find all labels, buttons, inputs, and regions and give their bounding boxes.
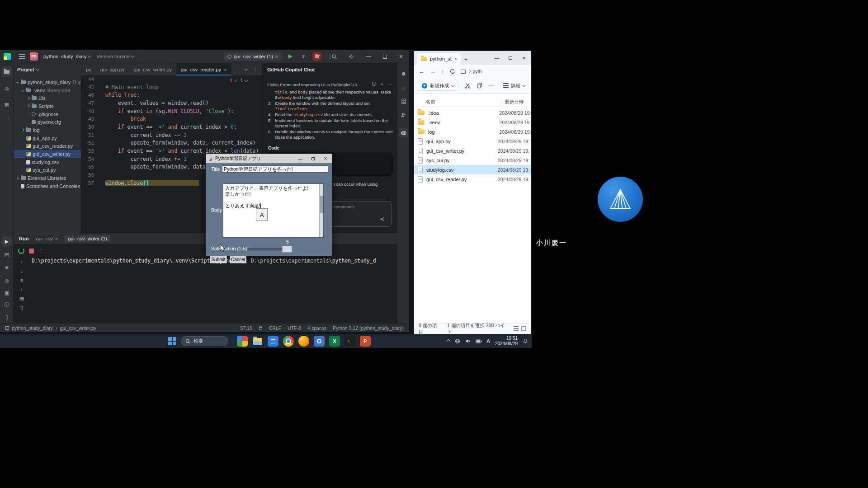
settings-icon[interactable]	[314, 336, 325, 347]
code-line-50[interactable]: 50 if event == '<' and current_index > 0…	[81, 123, 262, 131]
tree-item-gui_app.py[interactable]: gui_app.py	[14, 134, 81, 142]
body-textarea[interactable]: 入力アプリと、表示アプリを作ったよ!楽しかった!とりあえず満足!	[223, 183, 324, 238]
start-button[interactable]	[168, 337, 176, 345]
problems-tool-icon[interactable]: ⓘ	[2, 300, 12, 310]
run-button[interactable]	[285, 52, 295, 61]
close-button[interactable]: ×	[393, 50, 409, 63]
file-explorer-icon[interactable]	[252, 336, 263, 347]
powerpoint-icon[interactable]: P	[360, 336, 371, 347]
console-more-icon[interactable]: ⋮	[38, 248, 43, 254]
chevron-right-icon[interactable]	[21, 128, 24, 131]
tree-item-gui_csv_reader.py[interactable]: gui_csv_reader.py	[14, 142, 81, 150]
debug-button[interactable]	[299, 52, 309, 61]
indent-style[interactable]: 4 spaces	[307, 325, 326, 331]
project-name-button[interactable]: python_study_diary	[41, 52, 94, 61]
copy-icon[interactable]	[477, 83, 482, 89]
run-tool-icon[interactable]: ▶	[2, 236, 12, 246]
chrome-icon[interactable]	[283, 336, 294, 347]
lock-icon[interactable]	[259, 326, 263, 330]
battery-icon[interactable]	[476, 339, 482, 343]
submit-button[interactable]: Submit	[210, 256, 227, 263]
terminal-icon[interactable]: >_	[344, 336, 355, 347]
file-row-log[interactable]: log2024/08/29 19:37	[414, 127, 531, 136]
dialog-close-button[interactable]: ×	[319, 154, 332, 163]
project-tool-icon[interactable]	[2, 67, 12, 77]
code-line-52[interactable]: 52 update_form(window, data, current_ind…	[81, 139, 262, 147]
tree-item-gui_csv_writer.py[interactable]: gui_csv_writer.py	[14, 150, 81, 158]
python-console-icon[interactable]: ◎	[2, 276, 12, 286]
up-icon[interactable]: ↑	[441, 68, 444, 75]
tree-item-pyvenv.cfg[interactable]: pyvenv.cfg	[14, 118, 81, 126]
rerun-icon[interactable]	[18, 248, 24, 254]
file-row-gui_csv_reader.py[interactable]: gui_csv_reader.py2024/08/29 19:50	[414, 174, 531, 184]
stop-process-icon[interactable]	[29, 249, 34, 253]
forward-icon[interactable]: →	[430, 68, 436, 75]
code-line-45[interactable]: 45# Main event loop	[81, 83, 262, 91]
tree-item-sys_cui.py[interactable]: sys_cui.py	[14, 166, 81, 174]
breadcrumb[interactable]: python_study_diary › gui_csv_writer.py	[5, 325, 96, 331]
code-line-49[interactable]: 49 break	[81, 115, 262, 123]
store-icon[interactable]	[268, 336, 278, 347]
more-tools-icon[interactable]: ⋯	[2, 113, 12, 123]
tab-close-icon[interactable]: ×	[224, 67, 226, 72]
details-view-icon[interactable]	[514, 326, 519, 331]
explorer-tab[interactable]: python_st ×	[417, 53, 461, 65]
tree-item-.venv[interactable]: .venvlibrary root	[14, 86, 81, 94]
chevron-right-icon[interactable]	[27, 97, 30, 100]
view-details-button[interactable]: 詳細	[503, 83, 527, 89]
clear-console-icon[interactable]: ▯	[18, 305, 25, 311]
chevron-down-icon[interactable]	[21, 89, 24, 92]
explorer-minimize-button[interactable]: —	[490, 51, 504, 65]
firefox-icon[interactable]	[298, 336, 309, 347]
taskbar-clock[interactable]: 19:51 2024/08/29	[495, 336, 518, 347]
tree-item-studylog.csv[interactable]: studylog.csv	[14, 158, 81, 166]
taskbar-search[interactable]: 検索	[181, 336, 228, 346]
python-packages-icon[interactable]: ▤	[2, 249, 12, 259]
tree-item-.gitignore[interactable]: .gitignore	[14, 110, 81, 118]
chevron-down-icon[interactable]	[16, 80, 19, 84]
version-control-button[interactable]: Version control	[94, 52, 137, 61]
main-menu-icon[interactable]	[19, 54, 25, 59]
structure-tool-icon[interactable]: ▦	[2, 99, 12, 109]
volume-icon[interactable]	[465, 338, 471, 344]
scroll-up-icon[interactable]: ↑	[18, 259, 25, 265]
code-line-48[interactable]: 48 if event in (sg.WIN_CLOSED, 'Close'):	[81, 107, 262, 115]
tree-item-External Libraries[interactable]: External Libraries	[14, 174, 81, 182]
cancel-button[interactable]: Cancel	[230, 256, 246, 263]
tab-close-icon[interactable]: ×	[454, 56, 457, 61]
excel-icon[interactable]: X	[329, 336, 340, 347]
code-line-51[interactable]: 51 current_index -= 1	[81, 131, 262, 139]
dialog-titlebar[interactable]: Python学習日記アプリ — ×	[206, 154, 332, 163]
terminal-tool-icon[interactable]: ▣	[2, 288, 12, 298]
add-user-icon[interactable]	[309, 50, 325, 63]
large-icons-view-icon[interactable]	[521, 326, 526, 331]
todo-tool-icon[interactable]: ▯	[2, 312, 12, 322]
file-row-sys_cui.py[interactable]: sys_cui.py2024/08/29 19:22	[414, 155, 531, 165]
file-encoding[interactable]: UTF-8	[288, 325, 301, 331]
tree-item-Lib[interactable]: Lib	[14, 94, 81, 102]
chevron-right-icon[interactable]	[16, 177, 19, 180]
inspections-widget[interactable]: 4 ✓ 1	[227, 78, 250, 84]
new-item-button[interactable]: + 新規作成	[418, 81, 458, 91]
soft-wrap-icon[interactable]: ≡	[18, 277, 25, 283]
chat-more-icon[interactable]: ⋯	[387, 81, 392, 87]
tab-py[interactable]: py	[81, 63, 96, 75]
tree-item-python_study_diary[interactable]: python_study_diaryD:\proj	[14, 78, 81, 86]
back-icon[interactable]: ←	[419, 68, 425, 75]
print-icon[interactable]: ▤	[18, 296, 25, 301]
column-name[interactable]: 名前	[426, 99, 435, 105]
dialog-maximize-button[interactable]	[307, 154, 319, 163]
dialog-minimize-button[interactable]: —	[294, 154, 307, 163]
file-row-studylog.csv[interactable]: studylog.csv2024/08/29 19:43	[414, 165, 531, 174]
tree-item-Scratches and Consoles[interactable]: Scratches and Consoles	[14, 182, 81, 190]
explorer-maximize-button[interactable]	[504, 51, 517, 65]
breadcrumb-file[interactable]: gui_csv_writer.py	[60, 325, 97, 331]
copilot-icon[interactable]	[399, 128, 408, 137]
column-modified[interactable]: 更新日時	[505, 99, 524, 105]
file-row-gui_app.py[interactable]: gui_app.py2024/08/29 19:39	[414, 136, 531, 146]
new-tab-icon[interactable]: +	[464, 56, 467, 62]
services-tool-icon[interactable]: ◈	[2, 262, 12, 272]
ime-mode-indicator[interactable]: A	[487, 338, 490, 344]
database-icon[interactable]	[399, 96, 408, 106]
history-icon[interactable]	[372, 81, 377, 87]
